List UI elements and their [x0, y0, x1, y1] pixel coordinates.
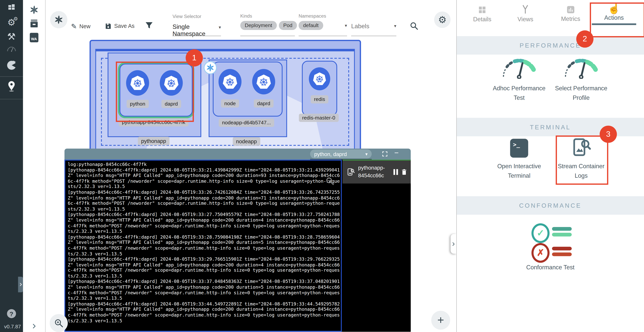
tab-label: Metrics [561, 16, 580, 22]
namespaces-field[interactable]: Namespaces default [298, 13, 347, 36]
deployment-name-label: nodeapp [233, 137, 260, 146]
configuration-tools-icon[interactable]: ⚒ [7, 31, 16, 42]
container-redis[interactable] [309, 67, 330, 90]
pod-box-nodeapp[interactable]: node daprd [213, 61, 283, 116]
minimize-icon[interactable] [394, 149, 398, 157]
annotation-badge-3: 3 [600, 126, 617, 143]
topology-canvas[interactable]: New Save As View Selector Single Namespa… [46, 0, 456, 332]
adhoc-performance-test-action[interactable]: Adhoc Performance Test [500, 58, 538, 102]
kind-chip-pod[interactable]: Pod [279, 21, 297, 30]
view-selector-field[interactable]: View Selector Single Namespace [172, 14, 221, 36]
action-label: Conformance Test [526, 263, 574, 272]
filter-funnel-icon[interactable] [145, 21, 153, 31]
location-pin-icon[interactable] [6, 80, 17, 93]
chevron-down-icon [394, 23, 396, 29]
search-icon[interactable] [410, 21, 419, 32]
container-daprd[interactable] [252, 69, 275, 94]
view-selector-value: Single Namespace [172, 23, 221, 37]
chevron-down-icon [218, 24, 221, 30]
spiral-logo-icon[interactable] [29, 5, 39, 16]
tab-views[interactable]: Views [518, 4, 533, 22]
container-label: daprd [254, 99, 274, 107]
pause-icon[interactable] [394, 169, 398, 175]
panel-expand-handle[interactable] [450, 234, 456, 254]
new-button[interactable]: New [71, 22, 90, 30]
rail-expand-chevron-icon[interactable] [31, 323, 37, 331]
details-panel: Details Views Metrics Actions 2 PERFORMA… [456, 0, 644, 332]
lifecycle-gears-icon[interactable] [7, 17, 16, 28]
dashboard-icon[interactable] [7, 3, 16, 13]
namespace-chip-default[interactable]: default [298, 21, 323, 30]
settings-gear-button[interactable] [434, 11, 450, 28]
chevron-down-icon [345, 23, 347, 28]
terminal-header[interactable]: python, daprd [64, 149, 411, 160]
action-label-line1: Select Performance [548, 84, 614, 93]
container-selector-value: python, daprd [314, 151, 347, 157]
open-interactive-terminal-action[interactable]: Open Interactive Terminal [500, 139, 538, 181]
x-circle-icon [532, 243, 550, 263]
chevron-down-icon [365, 151, 368, 157]
terminal-body: log:pythonapp-8454cc66c-4f7fk[pythonapp-… [64, 160, 411, 332]
dapr-spiral-icon [204, 61, 217, 74]
save-as-button-label: Save As [114, 23, 134, 29]
action-label-line1: Open Interactive [486, 162, 552, 171]
check-circle-icon [532, 223, 550, 243]
tab-label: Views [518, 16, 533, 23]
section-header-conformance: CONFORMANCE [457, 196, 644, 215]
magnifier-cursor-icon [326, 177, 335, 188]
deployment-name-label: pythonapp [138, 137, 170, 145]
save-as-button[interactable]: Save As [105, 22, 134, 30]
labels-placeholder: Labels [351, 23, 369, 29]
app-flower-button[interactable] [50, 11, 67, 28]
add-button[interactable] [431, 311, 450, 330]
tab-title-line1: pythonapp- [358, 165, 385, 171]
performance-gauge-icon[interactable] [6, 46, 16, 54]
sidebar-divider [0, 76, 23, 77]
pencil-icon [71, 22, 77, 31]
inbox-icon[interactable] [29, 19, 39, 30]
wasm-badge-icon[interactable]: WA [30, 33, 38, 42]
log-terminal-window: python, daprd log:pythonapp-8454cc66c-4f… [64, 149, 411, 332]
kind-chip-deployment[interactable]: Deployment [240, 21, 277, 30]
trash-icon[interactable] [401, 169, 408, 175]
help-icon[interactable] [7, 309, 16, 318]
labels-field[interactable]: Labels [351, 23, 396, 36]
floppy-icon [105, 22, 112, 29]
select-performance-profile-action[interactable]: Select Performance Profile [562, 58, 600, 102]
tab-label: Details [473, 16, 491, 23]
log-stream-tab[interactable]: pythonapp- 8454cc66c [342, 160, 411, 184]
fullscreen-icon[interactable] [382, 151, 388, 158]
terminal-icon [510, 139, 528, 158]
kubernetes-icon [312, 72, 326, 86]
zoom-in-button[interactable] [50, 314, 68, 332]
kinds-field[interactable]: Kinds Deployment Pod [240, 13, 295, 36]
action-label-line1: Adhoc Performance [486, 84, 552, 93]
tab-title-line2: 8454cc66c [358, 172, 384, 179]
pod-name-label: nodeapp-d64b5747... [219, 119, 274, 127]
gauge-icon [500, 58, 538, 79]
log-output[interactable]: log:pythonapp-8454cc66c-4f7fk[pythonapp-… [64, 160, 342, 332]
views-branch-icon [520, 4, 530, 14]
annotation-box-1 [116, 61, 194, 122]
action-label-line2: Test [486, 93, 552, 103]
tab-metrics[interactable]: Metrics [561, 5, 580, 22]
extensions-icon[interactable] [6, 60, 17, 72]
result-line [552, 233, 572, 237]
metrics-chart-icon [566, 5, 575, 14]
container-label: redis [311, 95, 328, 103]
tab-details[interactable]: Details [473, 5, 491, 23]
extensions-rail: WA [23, 0, 46, 332]
annotation-badge-2: 2 [576, 30, 594, 47]
section-header-performance: PERFORMANCE [457, 36, 644, 55]
action-label-line2: Terminal [486, 171, 552, 181]
conformance-test-action[interactable]: Conformance Test [522, 222, 578, 267]
container-selector-dropdown[interactable]: python, daprd [310, 149, 372, 159]
result-line [552, 247, 572, 250]
view-selector-label: View Selector [172, 14, 221, 19]
sidebar-divider [0, 99, 23, 99]
result-line [552, 253, 572, 256]
log-image-icon [347, 168, 355, 176]
result-line [552, 227, 572, 231]
pod-box-redis[interactable]: redis [302, 61, 337, 116]
container-node[interactable] [218, 69, 242, 94]
